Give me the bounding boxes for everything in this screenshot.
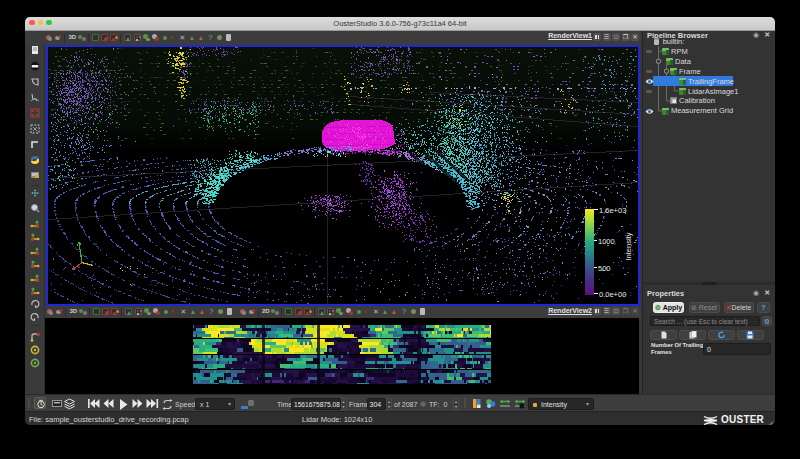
svg-text:1.6e+03: 1.6e+03	[599, 206, 626, 215]
svg-text:1000: 1000	[598, 236, 615, 245]
svg-text:0.0e+00: 0.0e+00	[599, 290, 626, 299]
svg-text:Intensity: Intensity	[624, 232, 633, 260]
svg-text:500: 500	[598, 263, 611, 272]
